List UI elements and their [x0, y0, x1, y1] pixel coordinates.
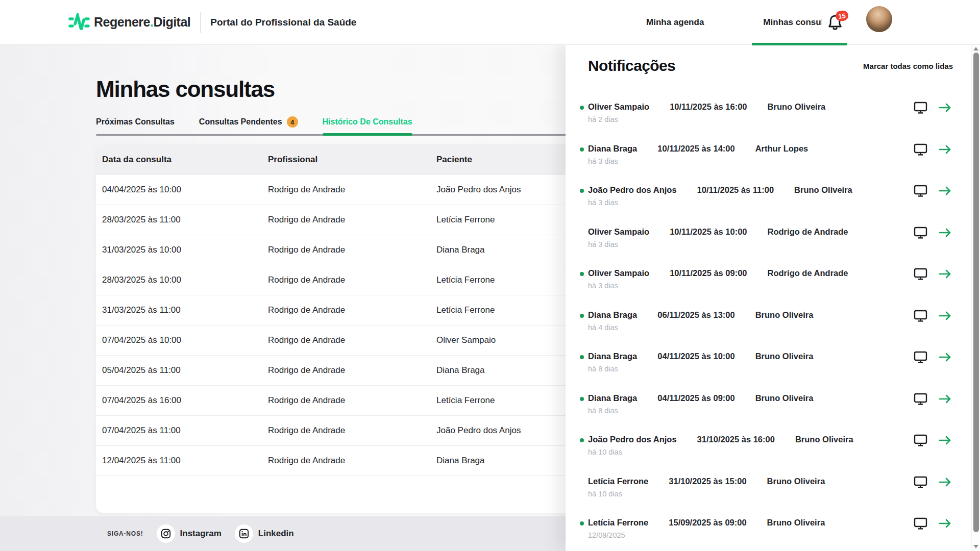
notification-professional-name: Bruno Oliveira [755, 393, 814, 403]
scrollbar-down-arrow[interactable] [973, 545, 978, 548]
notification-item[interactable]: João Pedro dos Anjos 10/11/2025 às 11:00… [588, 182, 953, 224]
header-nav: Minha agenda Minhas consultas [635, 0, 847, 45]
notification-time-ago: há 10 dias [588, 448, 953, 456]
arrow-right-icon [939, 435, 952, 445]
notification-professional-name: Bruno Oliveira [768, 102, 826, 112]
unread-dot [580, 438, 584, 442]
open-notification-button[interactable] [938, 475, 953, 489]
instagram-link[interactable]: Instagram [157, 524, 222, 543]
teleconsultation-button[interactable] [913, 226, 928, 240]
teleconsultation-button[interactable] [913, 142, 928, 157]
unread-dot [580, 106, 584, 110]
notification-datetime: 15/09/2025 às 09:00 [669, 518, 746, 528]
cell-profissional: Rodrigo de Andrade [268, 185, 436, 195]
open-notification-button[interactable] [938, 392, 953, 406]
cell-data-consulta: 04/04/2025 às 10:00 [102, 185, 268, 195]
open-notification-button[interactable] [938, 350, 953, 364]
teleconsultation-button[interactable] [913, 475, 928, 489]
cell-data-consulta: 12/04/2025 às 11:00 [102, 456, 268, 466]
monitor-icon [914, 350, 927, 364]
notification-professional-name: Bruno Oliveira [767, 518, 825, 528]
arrow-right-icon [939, 394, 952, 404]
monitor-icon [914, 226, 927, 239]
open-notification-button[interactable] [938, 267, 953, 281]
mark-all-read-button[interactable]: Marcar todas como lidas [863, 62, 953, 70]
cell-profissional: Rodrigo de Andrade [268, 365, 436, 375]
notification-item[interactable]: Diana Braga 04/11/2025 às 09:00 Bruno Ol… [588, 390, 953, 432]
cell-profissional: Rodrigo de Andrade [268, 275, 436, 285]
teleconsultation-button[interactable] [913, 433, 928, 447]
tab-proximas-consultas[interactable]: Próximas Consultas [96, 116, 175, 128]
notification-patient-name: Oliver Sampaio [588, 268, 649, 278]
cell-profissional: Rodrigo de Andrade [268, 395, 436, 406]
scrollbar-up-arrow[interactable] [973, 47, 978, 51]
notification-item[interactable]: Oliver Sampaio 10/11/2025 às 09:00 Rodri… [588, 265, 953, 307]
open-notification-button[interactable] [938, 184, 953, 198]
tab-historico-de-consultas[interactable]: Histórico De Consultas [323, 116, 412, 128]
cell-data-consulta: 31/03/2025 às 11:00 [102, 305, 268, 315]
notification-item[interactable]: Diana Braga 06/11/2025 às 13:00 Bruno Ol… [588, 307, 953, 349]
notification-item[interactable]: Oliver Sampaio 10/11/2025 às 10:00 Rodri… [588, 224, 953, 266]
page-title: Minhas consultas [96, 77, 275, 102]
notifications-title: Notificações [588, 57, 675, 74]
open-notification-button[interactable] [938, 101, 953, 115]
arrow-right-icon [939, 352, 952, 362]
cell-data-consulta: 28/03/2025 às 11:00 [102, 215, 268, 225]
notification-time-ago: há 10 dias [588, 490, 953, 498]
brand[interactable]: Regenere.Digital [68, 13, 190, 32]
notification-patient-name: Letícia Ferrone [588, 518, 648, 528]
user-avatar[interactable] [866, 6, 892, 32]
notification-item[interactable]: João Pedro dos Anjos 31/10/2025 às 16:00… [588, 432, 953, 473]
notification-datetime: 31/10/2025 às 16:00 [697, 435, 775, 444]
open-notification-button[interactable] [938, 142, 953, 157]
monitor-icon [914, 309, 927, 322]
scrollbar-thumb[interactable] [973, 53, 979, 532]
notification-item[interactable]: Oliver Sampaio 10/11/2025 às 16:00 Bruno… [588, 99, 953, 141]
instagram-icon [161, 529, 171, 539]
monitor-icon [914, 143, 927, 156]
arrow-right-icon [939, 228, 952, 238]
arrow-right-icon [939, 311, 952, 321]
notifications-list: Oliver Sampaio 10/11/2025 às 16:00 Bruno… [588, 99, 953, 551]
notification-item[interactable]: Diana Braga 10/11/2025 às 14:00 Arthur L… [588, 141, 953, 183]
teleconsultation-button[interactable] [913, 101, 928, 115]
cell-data-consulta: 07/04/2025 às 11:00 [102, 425, 268, 436]
teleconsultation-button[interactable] [913, 267, 928, 281]
open-notification-button[interactable] [938, 309, 953, 323]
teleconsultation-button[interactable] [913, 309, 928, 323]
vertical-scrollbar [971, 45, 980, 551]
notification-datetime: 31/10/2025 às 15:00 [669, 477, 746, 486]
notifications-bell-button[interactable]: 15 [822, 9, 848, 36]
notification-datetime: 10/11/2025 às 14:00 [657, 144, 734, 154]
brand-name: Regenere.Digital [94, 15, 190, 30]
unread-dot [580, 355, 584, 359]
linkedin-link[interactable]: Linkedin [235, 524, 294, 543]
notification-datetime: 06/11/2025 às 13:00 [657, 310, 734, 320]
teleconsultation-button[interactable] [913, 516, 928, 531]
teleconsultation-button[interactable] [913, 392, 928, 406]
tab-consultas-pendentes[interactable]: Consultas Pendentes 4 [199, 116, 298, 128]
open-notification-button[interactable] [938, 433, 953, 447]
teleconsultation-button[interactable] [913, 184, 928, 198]
notification-item[interactable]: Letícia Ferrone 15/09/2025 às 09:00 Brun… [588, 515, 953, 551]
open-notification-button[interactable] [938, 516, 953, 531]
monitor-icon [914, 517, 927, 530]
teleconsultation-button[interactable] [913, 350, 928, 364]
tab-label: Próximas Consultas [96, 117, 175, 127]
notification-datetime: 10/11/2025 às 16:00 [670, 102, 747, 112]
arrow-right-icon [939, 144, 952, 155]
notification-item[interactable]: Diana Braga 04/11/2025 às 10:00 Bruno Ol… [588, 348, 953, 390]
monitor-icon [914, 475, 927, 489]
open-notification-button[interactable] [938, 226, 953, 240]
notifications-panel: Notificações Marcar todas como lidas Oli… [566, 45, 971, 551]
notification-professional-name: Bruno Oliveira [794, 185, 852, 195]
notification-datetime: 04/11/2025 às 10:00 [657, 352, 734, 361]
notification-professional-name: Bruno Oliveira [767, 477, 825, 486]
notification-patient-name: João Pedro dos Anjos [588, 185, 677, 195]
arrow-right-icon [939, 518, 952, 529]
notification-item[interactable]: Letícia Ferrone 31/10/2025 às 15:00 Brun… [588, 473, 953, 515]
notification-professional-name: Bruno Oliveira [795, 435, 853, 444]
linkedin-icon [239, 529, 249, 539]
monitor-icon [914, 267, 927, 281]
nav-item-minha-agenda[interactable]: Minha agenda [635, 0, 715, 45]
